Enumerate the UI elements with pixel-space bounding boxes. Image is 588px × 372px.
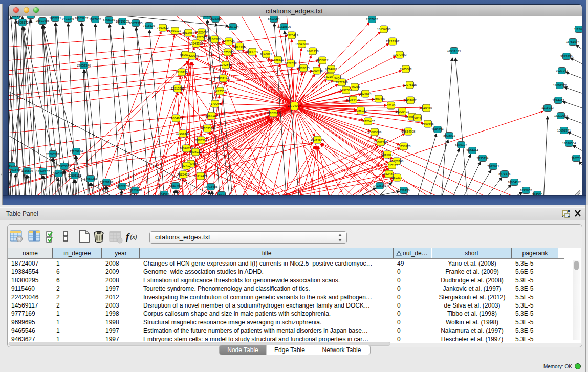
- svg-text:3675685: 3675685: [222, 51, 234, 54]
- svg-text:9731345: 9731345: [62, 17, 74, 20]
- svg-text:16154808: 16154808: [377, 28, 391, 31]
- svg-text:18724007: 18724007: [288, 104, 301, 107]
- svg-text:19218506: 19218506: [277, 25, 291, 28]
- svg-text:9657791: 9657791: [169, 184, 182, 187]
- svg-text:11325419: 11325419: [285, 34, 299, 37]
- svg-text:9350141: 9350141: [10, 16, 22, 17]
- svg-text:18807249: 18807249: [374, 141, 388, 144]
- svg-text:1733426: 1733426: [398, 189, 410, 192]
- svg-text:16046766: 16046766: [180, 147, 193, 150]
- svg-text:8427552: 8427552: [214, 90, 226, 93]
- svg-text:2718126: 2718126: [176, 71, 188, 74]
- svg-text:10025433: 10025433: [396, 110, 409, 113]
- svg-text:29053346: 29053346: [77, 64, 91, 67]
- svg-text:1615132: 1615132: [386, 164, 398, 167]
- svg-text:11958107: 11958107: [100, 181, 114, 184]
- svg-text:11923446: 11923446: [128, 189, 142, 192]
- svg-text:1244413: 1244413: [552, 99, 564, 102]
- svg-text:989012: 989012: [180, 53, 191, 56]
- svg-text:5498222: 5498222: [189, 150, 202, 154]
- svg-text:1145194: 1145194: [53, 172, 66, 175]
- svg-text:1156829: 1156829: [21, 169, 34, 172]
- svg-text:12213967: 12213967: [386, 40, 400, 43]
- svg-text:17359924: 17359924: [70, 150, 83, 153]
- svg-text:7515526: 7515526: [143, 24, 155, 27]
- svg-text:16914479: 16914479: [194, 174, 208, 178]
- svg-text:21364436: 21364436: [346, 98, 360, 101]
- svg-text:10653267: 10653267: [75, 17, 89, 20]
- svg-text:2935114: 2935114: [477, 157, 489, 160]
- svg-text:9844: 9844: [414, 116, 421, 119]
- svg-text:7632621: 7632621: [487, 165, 499, 168]
- svg-text:6497568: 6497568: [340, 89, 352, 92]
- svg-text:12942757: 12942757: [36, 170, 50, 173]
- svg-text:9242848: 9242848: [220, 63, 232, 67]
- svg-text:16210643: 16210643: [554, 114, 568, 117]
- svg-text:116753: 116753: [571, 157, 581, 160]
- svg-text:252214: 252214: [392, 176, 403, 179]
- svg-text:16543382: 16543382: [189, 42, 203, 45]
- svg-text:7625402: 7625402: [177, 173, 189, 176]
- svg-text:16782759: 16782759: [116, 185, 129, 188]
- svg-text:9115460: 9115460: [421, 106, 433, 110]
- svg-text:16671355: 16671355: [129, 21, 143, 25]
- svg-text:6466160: 6466160: [103, 18, 115, 21]
- svg-text:8471676: 8471676: [498, 172, 511, 176]
- svg-text:9474444: 9474444: [466, 149, 478, 152]
- svg-text:13975887: 13975887: [57, 165, 71, 168]
- svg-text:9777169: 9777169: [336, 81, 348, 84]
- svg-text:32712: 32712: [182, 164, 191, 167]
- svg-text:8990448: 8990448: [311, 69, 323, 72]
- svg-text:9245652: 9245652: [520, 189, 532, 192]
- svg-text:19166829: 19166829: [176, 132, 190, 135]
- svg-text:6961758: 6961758: [307, 50, 319, 53]
- svg-text:15720407: 15720407: [361, 120, 375, 123]
- svg-text:2867608: 2867608: [233, 45, 246, 48]
- svg-text:8938923: 8938923: [443, 134, 455, 137]
- svg-text:19384554: 19384554: [311, 138, 324, 141]
- svg-text:25302033: 25302033: [267, 112, 280, 115]
- svg-text:8813054: 8813054: [268, 17, 280, 20]
- svg-text:991543: 991543: [10, 168, 20, 171]
- svg-text:8912954: 8912954: [182, 31, 194, 34]
- svg-text:8660123: 8660123: [169, 29, 181, 32]
- svg-text:7955812: 7955812: [316, 59, 329, 62]
- svg-text:17957255: 17957255: [84, 177, 98, 180]
- svg-text:9329996: 9329996: [560, 55, 573, 58]
- svg-text:12353594: 12353594: [201, 127, 214, 130]
- svg-text:13226058: 13226058: [195, 31, 209, 34]
- svg-text:10756928: 10756928: [397, 145, 411, 148]
- svg-text:12093572: 12093572: [553, 84, 567, 87]
- svg-text:12975115: 12975115: [403, 83, 417, 86]
- svg-text:3624554: 3624554: [359, 92, 372, 95]
- svg-text:3215933: 3215933: [541, 106, 554, 110]
- svg-text:62160: 62160: [387, 104, 396, 107]
- svg-text:7986322: 7986322: [355, 109, 367, 112]
- svg-text:20206533: 20206533: [46, 152, 60, 156]
- svg-text:10719155: 10719155: [116, 20, 129, 23]
- svg-text:1603381: 1603381: [209, 17, 222, 20]
- svg-text:6879197: 6879197: [455, 143, 467, 146]
- svg-text:6794028: 6794028: [325, 68, 337, 71]
- svg-text:15751074: 15751074: [566, 40, 580, 43]
- svg-text:9699695: 9699695: [422, 122, 434, 125]
- svg-text:8322037: 8322037: [285, 62, 297, 65]
- svg-text:9463627: 9463627: [404, 99, 417, 102]
- svg-text:2087682: 2087682: [366, 18, 378, 21]
- svg-text:1362615: 1362615: [297, 67, 310, 70]
- svg-text:1852231: 1852231: [49, 17, 61, 20]
- svg-text:17016504: 17016504: [562, 142, 576, 145]
- svg-text:10807487: 10807487: [372, 97, 386, 100]
- svg-text:15716485: 15716485: [204, 185, 218, 188]
- svg-text:7357224: 7357224: [227, 25, 239, 28]
- svg-text:9227342: 9227342: [556, 69, 568, 72]
- svg-text:19654923: 19654923: [169, 117, 183, 120]
- svg-text:1588520: 1588520: [272, 58, 284, 61]
- svg-text:1405572: 1405572: [16, 21, 29, 24]
- svg-text:15692971: 15692971: [557, 129, 571, 132]
- svg-text:111267: 111267: [574, 28, 582, 31]
- svg-text:9084067: 9084067: [381, 153, 394, 156]
- svg-text:19654928: 19654928: [402, 130, 416, 133]
- svg-text:8267110: 8267110: [206, 114, 218, 117]
- svg-text:4170068: 4170068: [209, 102, 221, 105]
